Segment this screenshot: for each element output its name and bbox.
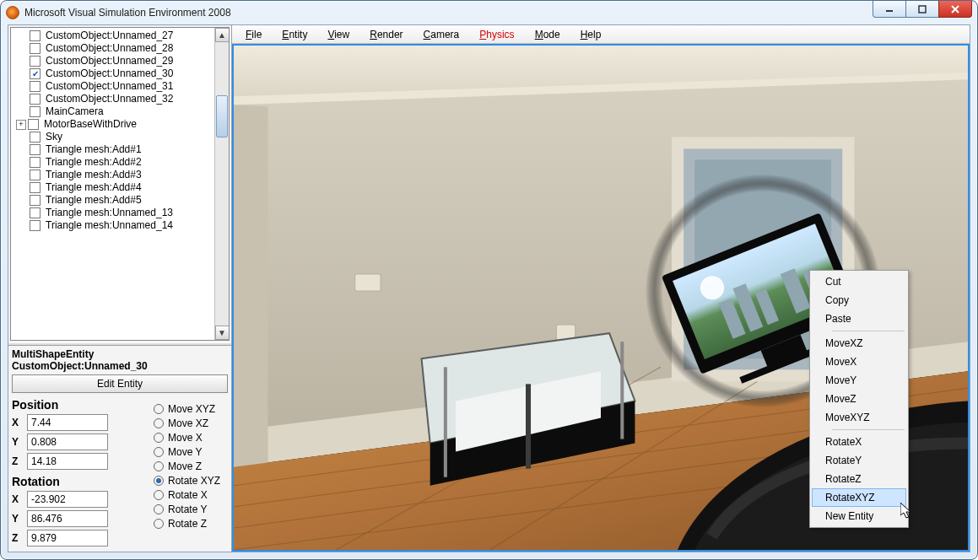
properties-panel: MultiShapeEntity CustomObject:Unnamed_30… <box>8 346 231 552</box>
menu-entity[interactable]: Entity <box>272 27 317 42</box>
tree-item-label: MotorBaseWithDrive <box>44 118 137 131</box>
radio-icon[interactable] <box>154 461 164 471</box>
rot-y-input[interactable] <box>27 510 108 527</box>
context-menu-item[interactable]: Paste <box>812 310 906 328</box>
menu-help[interactable]: Help <box>570 27 612 42</box>
tree-item[interactable]: CustomObject:Unnamed_30 <box>16 67 229 80</box>
tree-checkbox[interactable] <box>30 182 41 193</box>
rot-x-label: X <box>12 493 27 505</box>
minimize-button[interactable] <box>873 1 906 18</box>
tree-item[interactable]: Sky <box>16 131 229 143</box>
app-icon <box>6 6 19 19</box>
scroll-down-button[interactable]: ▼ <box>215 326 230 340</box>
menu-file[interactable]: File <box>235 27 272 42</box>
tree-checkbox[interactable] <box>30 68 41 79</box>
radio-icon[interactable] <box>154 504 164 514</box>
tree-item[interactable]: Triangle mesh:Add#1 <box>16 143 229 156</box>
tree-checkbox[interactable] <box>30 195 41 206</box>
expand-icon[interactable]: + <box>16 120 26 130</box>
context-menu-item[interactable]: MoveXZ <box>812 334 906 353</box>
context-menu-item[interactable]: RotateXYZ <box>812 488 906 507</box>
context-menu-item[interactable]: MoveXYZ <box>812 408 906 427</box>
context-menu-item[interactable]: RotateX <box>812 433 906 451</box>
tree-scrollbar[interactable]: ▲ ▼ <box>214 28 229 340</box>
radio-label: Rotate X <box>168 489 208 501</box>
context-menu-item[interactable]: RotateZ <box>812 470 906 488</box>
radio-label: Move Y <box>168 446 202 458</box>
tree-item[interactable]: Triangle mesh:Unnamed_13 <box>16 207 229 219</box>
tree-checkbox[interactable] <box>30 43 41 54</box>
tree-item[interactable]: Triangle mesh:Add#2 <box>16 156 229 169</box>
tree-item[interactable]: CustomObject:Unnamed_32 <box>16 93 229 105</box>
context-menu-item[interactable]: MoveY <box>812 371 906 390</box>
context-menu-item[interactable]: MoveZ <box>812 390 906 408</box>
scroll-thumb[interactable] <box>216 95 228 137</box>
tree-checkbox[interactable] <box>30 170 41 180</box>
tree-item-label: Triangle mesh:Add#3 <box>46 169 142 181</box>
tree-checkbox[interactable] <box>30 94 41 105</box>
menu-mode[interactable]: Mode <box>525 27 570 42</box>
svg-marker-8 <box>234 105 267 486</box>
menu-render[interactable]: Render <box>359 27 413 42</box>
entity-type-label: MultiShapeEntity <box>12 348 228 360</box>
radio-icon[interactable] <box>154 418 164 428</box>
menu-camera[interactable]: Camera <box>413 27 470 42</box>
radio-label: Rotate Z <box>168 518 207 530</box>
maximize-button[interactable] <box>905 1 939 18</box>
tree-checkbox[interactable] <box>30 207 41 218</box>
context-menu-item[interactable]: Cut <box>812 272 906 291</box>
close-button[interactable] <box>938 1 972 18</box>
pos-x-input[interactable] <box>27 414 108 431</box>
window-title: Microsoft Visual Simulation Environment … <box>24 7 231 19</box>
radio-label: Move Z <box>168 460 202 472</box>
rot-z-input[interactable] <box>27 530 108 547</box>
tree-item[interactable]: Triangle mesh:Add#5 <box>16 194 229 207</box>
edit-entity-button[interactable]: Edit Entity <box>12 374 228 393</box>
radio-label: Rotate Y <box>168 503 207 515</box>
context-menu-item[interactable]: MoveX <box>812 353 906 371</box>
tree-checkbox[interactable] <box>30 132 41 143</box>
radio-icon[interactable] <box>154 404 164 414</box>
svg-marker-37 <box>900 503 910 518</box>
pos-y-input[interactable] <box>27 433 108 450</box>
context-menu-item[interactable]: Copy <box>812 291 906 310</box>
radio-icon[interactable] <box>154 476 164 486</box>
radio-label: Move X <box>168 432 203 444</box>
tree-item-label: Triangle mesh:Add#4 <box>46 181 142 194</box>
tree-item-label: CustomObject:Unnamed_31 <box>46 80 173 93</box>
tree-checkbox[interactable] <box>30 144 41 155</box>
radio-icon[interactable] <box>154 490 164 500</box>
menu-physics[interactable]: Physics <box>469 27 524 42</box>
rot-x-input[interactable] <box>27 491 108 508</box>
radio-icon[interactable] <box>154 519 164 529</box>
tree-checkbox[interactable] <box>30 220 41 231</box>
pos-z-input[interactable] <box>27 453 108 470</box>
radio-icon[interactable] <box>154 433 164 443</box>
context-menu[interactable]: CutCopyPasteMoveXZMoveXMoveYMoveZMoveXYZ… <box>809 270 909 528</box>
tree-checkbox[interactable] <box>30 106 41 117</box>
tree-item[interactable]: Triangle mesh:Add#4 <box>16 181 229 194</box>
tree-checkbox[interactable] <box>30 81 41 92</box>
tree-item[interactable]: CustomObject:Unnamed_31 <box>16 80 229 93</box>
tree-item[interactable]: +MotorBaseWithDrive <box>16 118 229 131</box>
tree-item[interactable]: Triangle mesh:Add#3 <box>16 169 229 181</box>
menu-view[interactable]: View <box>317 27 359 42</box>
tree-item[interactable]: CustomObject:Unnamed_27 <box>16 30 229 42</box>
tree-checkbox[interactable] <box>30 157 41 168</box>
tree-checkbox[interactable] <box>28 119 39 130</box>
tree-item[interactable]: CustomObject:Unnamed_29 <box>16 55 229 67</box>
cursor-icon <box>900 503 916 520</box>
titlebar[interactable]: Microsoft Visual Simulation Environment … <box>1 1 977 24</box>
tree-item[interactable]: Triangle mesh:Unnamed_14 <box>16 219 229 232</box>
tree-checkbox[interactable] <box>30 56 41 67</box>
scroll-up-button[interactable]: ▲ <box>215 28 230 42</box>
radio-icon[interactable] <box>154 447 164 457</box>
tree-checkbox[interactable] <box>30 30 41 41</box>
app-window: Microsoft Visual Simulation Environment … <box>0 0 978 560</box>
scene-tree[interactable]: CustomObject:Unnamed_27CustomObject:Unna… <box>10 27 230 341</box>
tree-item[interactable]: MainCamera <box>16 105 229 118</box>
context-menu-item[interactable]: RotateY <box>812 451 906 470</box>
menubar[interactable]: FileEntityViewRenderCameraPhysicsModeHel… <box>232 25 970 44</box>
context-menu-item[interactable]: New Entity <box>812 507 906 525</box>
tree-item[interactable]: CustomObject:Unnamed_28 <box>16 42 229 55</box>
